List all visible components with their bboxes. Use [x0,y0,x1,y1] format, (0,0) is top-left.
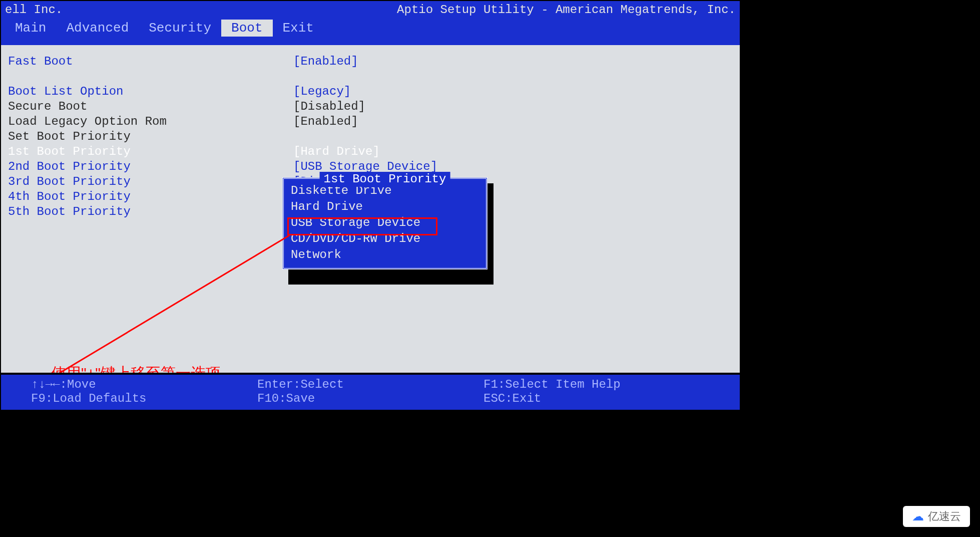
tab-security[interactable]: Security [139,20,221,37]
popup-item-hard-drive[interactable]: Hard Drive [291,199,479,215]
nav-tabs: Main Advanced Security Boot Exit [5,20,736,37]
setting-label: Load Legacy Option Rom [8,114,293,129]
settings-body: Fast Boot [Enabled] Boot List Option [Le… [1,45,740,377]
svg-line-0 [55,235,289,376]
boot-priority-popup-wrap: 1st Boot Priority Diskette Drive Hard Dr… [282,177,487,270]
setting-value: [Disabled] [293,99,365,114]
footer-bar: ↑↓→←:Move Enter:Select F1:Select Item He… [1,373,740,410]
setting-1st-boot-priority[interactable]: 1st Boot Priority [Hard Drive] [8,144,733,159]
setting-secure-boot[interactable]: Secure Boot [Disabled] [8,99,733,114]
watermark: ☁ 亿速云 [903,506,970,527]
vendor-text: ell Inc. [5,3,63,17]
spacer-row [8,69,733,84]
hint-f1: F1:Select Item Help [483,378,710,392]
header-bar: ell Inc. Aptio Setup Utility - American … [1,1,740,45]
setting-boot-list-option[interactable]: Boot List Option [Legacy] [8,84,733,99]
cloud-icon: ☁ [912,509,924,523]
setting-label: 2nd Boot Priority [8,159,293,174]
screen: ell Inc. Aptio Setup Utility - American … [0,0,980,537]
bios-window: ell Inc. Aptio Setup Utility - American … [0,0,741,411]
tab-exit[interactable]: Exit [273,20,324,37]
setting-label: Secure Boot [8,99,293,114]
setting-label: 3rd Boot Priority [8,174,293,189]
setting-label: Fast Boot [8,54,293,69]
hint-f10: F10:Save [257,392,483,406]
header-line: ell Inc. Aptio Setup Utility - American … [5,3,736,17]
hint-esc: ESC:Exit [483,392,710,406]
tab-boot[interactable]: Boot [221,20,272,37]
setting-value: [Enabled] [293,54,358,69]
popup-item-network[interactable]: Network [291,247,479,263]
setting-value: [Legacy] [293,84,351,99]
setting-label: Set Boot Priority [8,129,293,144]
setting-label: 5th Boot Priority [8,204,293,219]
tab-advanced[interactable]: Advanced [56,20,139,37]
footer-row-1: ↑↓→←:Move Enter:Select F1:Select Item He… [31,378,710,392]
boot-priority-popup: 1st Boot Priority Diskette Drive Hard Dr… [282,177,487,270]
setting-set-boot-priority[interactable]: Set Boot Priority [8,129,733,144]
setting-label: Boot List Option [8,84,293,99]
hint-move: ↑↓→←:Move [31,378,257,392]
utility-text: Aptio Setup Utility - American Megatrend… [397,3,736,17]
tab-main[interactable]: Main [5,20,56,37]
setting-fast-boot[interactable]: Fast Boot [Enabled] [8,54,733,69]
popup-title: 1st Boot Priority [320,172,450,187]
popup-item-cd-dvd[interactable]: CD/DVD/CD-RW Drive [291,231,479,247]
annotation-arrow [55,235,295,386]
setting-label: 1st Boot Priority [8,144,293,159]
setting-value: [Hard Drive] [293,144,380,159]
footer-row-2: F9:Load Defaults F10:Save ESC:Exit [31,392,710,406]
setting-load-legacy-rom[interactable]: Load Legacy Option Rom [Enabled] [8,114,733,129]
popup-item-usb-storage[interactable]: USB Storage Device [291,215,479,231]
setting-value: [Enabled] [293,114,358,129]
setting-label: 4th Boot Priority [8,189,293,204]
hint-f9: F9:Load Defaults [31,392,257,406]
hint-enter: Enter:Select [257,378,483,392]
watermark-text: 亿速云 [928,509,961,524]
